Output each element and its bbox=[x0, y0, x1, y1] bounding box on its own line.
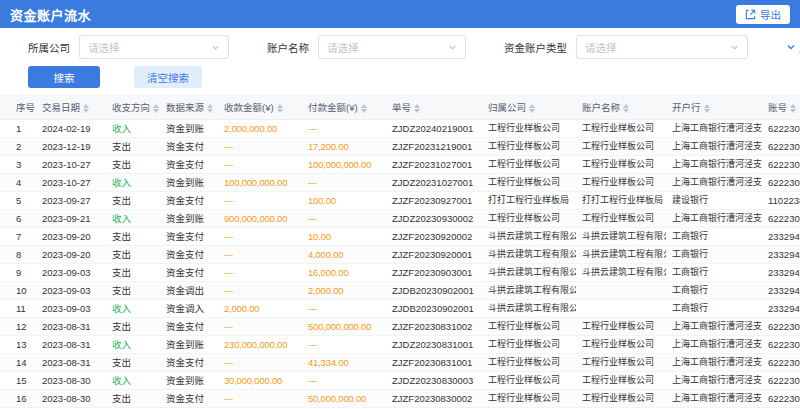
table-row[interactable]: 92023-09-03支出资金支付---16,000.00ZJZF2023090… bbox=[0, 264, 800, 282]
table-cell: ZJZF20231219001 bbox=[386, 138, 482, 156]
sort-icon[interactable] bbox=[529, 104, 535, 113]
sort-icon[interactable] bbox=[623, 104, 629, 113]
sort-icon[interactable] bbox=[414, 104, 420, 113]
table-row[interactable]: 122023-08-31支出资金支付---500,000,000.00ZJZF2… bbox=[0, 318, 800, 336]
table-cell: 2023-09-03 bbox=[36, 300, 106, 318]
table-cell: 支出 bbox=[106, 318, 160, 336]
table-row[interactable]: 142023-08-31支出资金支付---41,334.00ZJZF202308… bbox=[0, 354, 800, 372]
table-cell: 230,000,000.00 bbox=[218, 336, 302, 354]
page-title: 资金账户流水 bbox=[10, 5, 91, 24]
company-select-placeholder: 请选择 bbox=[88, 40, 120, 55]
table-cell: 资金支付 bbox=[160, 354, 218, 372]
table-cell: 收入 bbox=[106, 372, 160, 390]
table-row[interactable]: 22023-12-19支出资金支付---17,200.00ZJZF2023121… bbox=[0, 138, 800, 156]
account-select[interactable]: 请选择 bbox=[318, 35, 466, 59]
table-cell: 资金支付 bbox=[160, 390, 218, 408]
table-cell: 622230111 bbox=[762, 336, 800, 354]
table-cell: 233294991 bbox=[762, 282, 800, 300]
table-row[interactable]: 62023-09-21收入资金到账900,000,000.00---ZJDZ20… bbox=[0, 210, 800, 228]
column-header[interactable]: 收款金额(¥) bbox=[218, 95, 302, 120]
table-row[interactable]: 42023-10-27收入资金到账100,000,000.00---ZJDZ20… bbox=[0, 174, 800, 192]
type-select-placeholder: 请选择 bbox=[585, 40, 617, 55]
table-row[interactable]: 162023-08-30支出资金支付---50,000,000.00ZJZF20… bbox=[0, 390, 800, 408]
table-cell: 工程行业样板公司 bbox=[482, 354, 576, 372]
table-cell: 17,200.00 bbox=[302, 138, 386, 156]
table-row[interactable]: 32023-10-27支出资金支付---100,000,000.00ZJZF20… bbox=[0, 156, 800, 174]
table-row[interactable]: 52023-09-27支出资金支付---100.00ZJZF2023092700… bbox=[0, 192, 800, 210]
table-row[interactable]: 12024-02-19收入资金到账2,000,000.00---ZJDZ2024… bbox=[0, 120, 800, 138]
column-header[interactable]: 开户行 bbox=[666, 95, 762, 120]
table-cell: 8 bbox=[0, 246, 36, 264]
table-cell: 支出 bbox=[106, 282, 160, 300]
table-row[interactable]: 132023-08-31收入资金到账230,000,000.00---ZJDZ2… bbox=[0, 336, 800, 354]
column-header[interactable]: 归属公司 bbox=[482, 95, 576, 120]
table-cell: 2023-08-31 bbox=[36, 354, 106, 372]
table-cell: --- bbox=[218, 390, 302, 408]
table-cell: 100,000,000.00 bbox=[218, 174, 302, 192]
table-cell: 工程行业样板公司 bbox=[482, 174, 576, 192]
table-cell: 622230111 bbox=[762, 138, 800, 156]
sort-icon[interactable] bbox=[790, 104, 796, 113]
sort-icon[interactable] bbox=[704, 104, 710, 113]
table-cell: 支出 bbox=[106, 354, 160, 372]
sort-icon[interactable] bbox=[361, 104, 367, 113]
table-cell: 工程行业样板公司 bbox=[482, 120, 576, 138]
table-cell bbox=[576, 300, 666, 318]
column-header[interactable]: 交易日期 bbox=[36, 95, 106, 120]
table-cell: 110223825 bbox=[762, 192, 800, 210]
table-cell: 支出 bbox=[106, 390, 160, 408]
table-cell: 支出 bbox=[106, 156, 160, 174]
column-header[interactable]: 数据来源 bbox=[160, 95, 218, 120]
column-header[interactable]: 付款金额(¥) bbox=[302, 95, 386, 120]
table-cell: --- bbox=[302, 300, 386, 318]
table-cell: 支出 bbox=[106, 192, 160, 210]
table-cell: 斗拱云建筑工程有限公司 bbox=[482, 300, 576, 318]
table-cell: --- bbox=[302, 336, 386, 354]
table-cell: 收入 bbox=[106, 120, 160, 138]
table-cell: 622230111 bbox=[762, 390, 800, 408]
table-cell: 622230111 bbox=[762, 210, 800, 228]
table-cell: 斗拱云建筑工程有限公司 bbox=[482, 228, 576, 246]
column-header[interactable]: 收支方向 bbox=[106, 95, 160, 120]
clear-search-button[interactable]: 清空搜索 bbox=[134, 66, 202, 88]
table-cell: 收入 bbox=[106, 300, 160, 318]
column-header[interactable]: 账号 bbox=[762, 95, 800, 120]
table-row[interactable]: 72023-09-20支出资金支付---10.00ZJZF20230920002… bbox=[0, 228, 800, 246]
table-cell: 资金到账 bbox=[160, 210, 218, 228]
table-cell: 3 bbox=[0, 156, 36, 174]
chevron-down-icon bbox=[211, 38, 220, 56]
table-row[interactable]: 102023-09-03支出资金调出---2,000.00ZJDB2023090… bbox=[0, 282, 800, 300]
table-cell: --- bbox=[218, 156, 302, 174]
table-cell: --- bbox=[218, 282, 302, 300]
column-header[interactable]: 账户名称 bbox=[576, 95, 666, 120]
chevron-down-icon bbox=[786, 42, 796, 52]
table-cell: ZJZF20231027001 bbox=[386, 156, 482, 174]
export-button[interactable]: 导出 bbox=[736, 5, 790, 24]
table-cell: 工商银行 bbox=[666, 228, 762, 246]
table-cell: 工商银行 bbox=[666, 264, 762, 282]
table-cell: --- bbox=[218, 318, 302, 336]
table-row[interactable]: 152023-08-30收入资金到账30,000,000.00---ZJDZ20… bbox=[0, 372, 800, 390]
table-cell: 622230111 bbox=[762, 120, 800, 138]
table-cell: 资金支付 bbox=[160, 156, 218, 174]
sort-icon[interactable] bbox=[207, 104, 213, 113]
column-header: 序号 bbox=[0, 95, 36, 120]
sort-icon[interactable] bbox=[153, 104, 159, 113]
column-header[interactable]: 单号 bbox=[386, 95, 482, 120]
table-cell: 2023-10-27 bbox=[36, 174, 106, 192]
company-select[interactable]: 请选择 bbox=[79, 35, 229, 59]
expand-filters-link[interactable]: 展开筛选 bbox=[786, 40, 800, 55]
sort-icon[interactable] bbox=[277, 104, 283, 113]
table-cell: 工程行业样板公司 bbox=[482, 372, 576, 390]
table-cell: 支出 bbox=[106, 246, 160, 264]
search-button[interactable]: 搜索 bbox=[28, 66, 100, 88]
table-row[interactable]: 82023-09-20支出资金支付---4,000.00ZJZF20230920… bbox=[0, 246, 800, 264]
table-cell: ZJZF20230831002 bbox=[386, 318, 482, 336]
table-cell: 资金支付 bbox=[160, 264, 218, 282]
account-type-select[interactable]: 请选择 bbox=[576, 35, 748, 59]
table-cell: 622230111 bbox=[762, 354, 800, 372]
table-row[interactable]: 112023-09-03收入资金调入2,000.00---ZJDB2023090… bbox=[0, 300, 800, 318]
table-cell: 工程行业样板公司 bbox=[576, 336, 666, 354]
table-cell: 资金支付 bbox=[160, 228, 218, 246]
sort-icon[interactable] bbox=[83, 104, 89, 113]
